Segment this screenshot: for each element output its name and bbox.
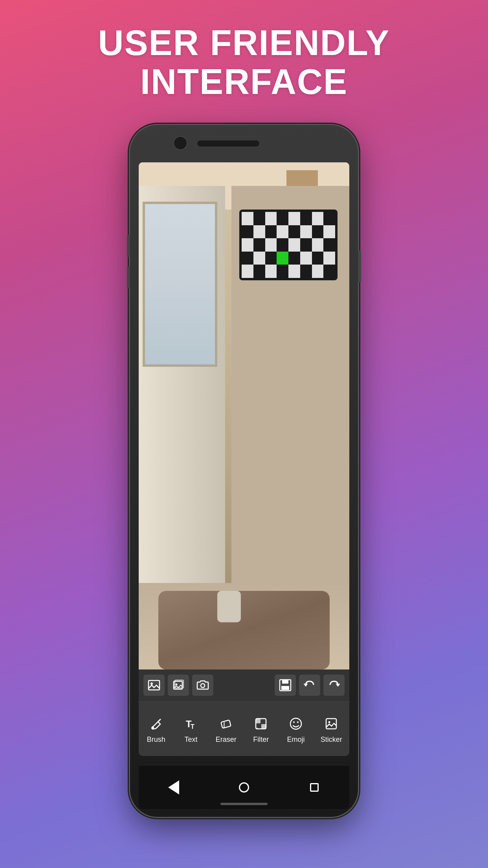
- text-icon: T T: [181, 714, 201, 734]
- phone-bottom-bar: [220, 803, 268, 805]
- filter-label: Filter: [253, 736, 269, 744]
- sticker-tool[interactable]: Sticker: [321, 714, 342, 744]
- svg-point-21: [297, 721, 299, 723]
- tv: [239, 210, 338, 280]
- checker-cell: [242, 265, 253, 278]
- checker-cell: [277, 265, 288, 278]
- home-icon: [239, 782, 249, 793]
- checker-cell: [277, 212, 288, 225]
- back-icon: [168, 780, 179, 794]
- tv-screen: [242, 212, 335, 278]
- checker-cell: [253, 225, 265, 239]
- checker-cell: [300, 252, 312, 265]
- checker-cell: [265, 212, 277, 225]
- checker-cell: [323, 238, 335, 252]
- photo-canvas[interactable]: [139, 162, 349, 669]
- headline-line1: USER FRIENDLY: [98, 24, 390, 63]
- checker-cell: [323, 225, 335, 239]
- checker-cell: [288, 225, 300, 239]
- window: [143, 202, 217, 367]
- checker-cell: [312, 252, 324, 265]
- filter-tool[interactable]: ✦ Filter: [251, 714, 271, 744]
- checker-cell: [242, 252, 253, 265]
- save-button[interactable]: [275, 675, 296, 696]
- phone-shell: Brush T T Text: [130, 125, 358, 817]
- svg-point-23: [328, 721, 330, 723]
- checker-cell: [265, 238, 277, 252]
- toolbar-area: Brush T T Text: [139, 669, 349, 756]
- sticker-icon: [321, 714, 341, 734]
- filter-icon: ✦: [251, 714, 271, 734]
- undo-button[interactable]: [299, 675, 320, 696]
- checker-cell: [300, 212, 312, 225]
- checker-cell: [277, 225, 288, 239]
- volume-up-button: [127, 235, 130, 257]
- emoji-tool[interactable]: Emoji: [286, 714, 306, 744]
- checker-cell: [300, 265, 312, 278]
- svg-point-10: [152, 726, 154, 729]
- recent-icon: [310, 783, 319, 792]
- checker-cell: [242, 225, 253, 239]
- eraser-tool[interactable]: Eraser: [216, 714, 237, 744]
- text-tool[interactable]: T T Text: [181, 714, 201, 744]
- gallery-multi-button[interactable]: [168, 675, 189, 696]
- home-button[interactable]: [232, 776, 256, 799]
- checker-cell: [277, 252, 288, 265]
- earpiece: [197, 140, 260, 147]
- svg-rect-16: [256, 719, 261, 723]
- svg-line-9: [158, 719, 160, 722]
- phone-wrapper: Brush T T Text: [130, 125, 358, 817]
- emoji-icon: [286, 714, 306, 734]
- svg-rect-0: [149, 680, 160, 690]
- redo-icon: [328, 679, 340, 691]
- eraser-label: Eraser: [216, 736, 237, 744]
- toolbar-top-row: [139, 669, 349, 701]
- svg-rect-8: [281, 686, 289, 690]
- gallery-multi-icon: [172, 679, 185, 691]
- checker-cell: [242, 212, 253, 225]
- save-icon: [279, 679, 292, 691]
- checker-cell: [323, 212, 335, 225]
- svg-line-14: [223, 722, 226, 728]
- svg-point-20: [293, 721, 295, 723]
- phone-screen: Brush T T Text: [139, 162, 349, 756]
- checker-cell: [312, 225, 324, 239]
- checker-cell: [323, 265, 335, 278]
- back-button[interactable]: [162, 776, 185, 799]
- sticker-label: Sticker: [321, 736, 342, 744]
- recent-button[interactable]: [303, 776, 326, 799]
- svg-rect-13: [221, 720, 231, 728]
- checker-cell: [300, 238, 312, 252]
- headline: USER FRIENDLY INTERFACE: [98, 24, 390, 101]
- checker-cell: [253, 212, 265, 225]
- checker-cell: [253, 238, 265, 252]
- checker-cell: [253, 252, 265, 265]
- undo-icon: [303, 679, 316, 691]
- svg-point-19: [290, 718, 301, 729]
- headline-line2: INTERFACE: [98, 63, 390, 101]
- rug: [158, 591, 330, 669]
- eraser-icon: [216, 714, 236, 734]
- tools-row: Brush T T Text: [139, 701, 349, 756]
- checker-cell: [323, 252, 335, 265]
- checker-cell: [265, 265, 277, 278]
- checker-cell: [288, 238, 300, 252]
- checker-cell: [265, 225, 277, 239]
- checker-cell: [312, 212, 324, 225]
- svg-text:T: T: [191, 723, 194, 730]
- checker-cell: [288, 265, 300, 278]
- checker-cell: [312, 265, 324, 278]
- camera-button[interactable]: [192, 675, 213, 696]
- checker-cell: [277, 238, 288, 252]
- gallery-single-button[interactable]: [143, 675, 165, 696]
- gallery-single-icon: [148, 679, 160, 691]
- brush-label: Brush: [147, 736, 165, 744]
- text-label: Text: [184, 736, 197, 744]
- svg-rect-17: [261, 724, 266, 729]
- checker-cell: [288, 252, 300, 265]
- svg-point-1: [150, 682, 153, 685]
- checker-cell: [312, 238, 324, 252]
- brush-tool[interactable]: Brush: [146, 714, 166, 744]
- redo-button[interactable]: [323, 675, 345, 696]
- volume-down-button: [127, 267, 130, 288]
